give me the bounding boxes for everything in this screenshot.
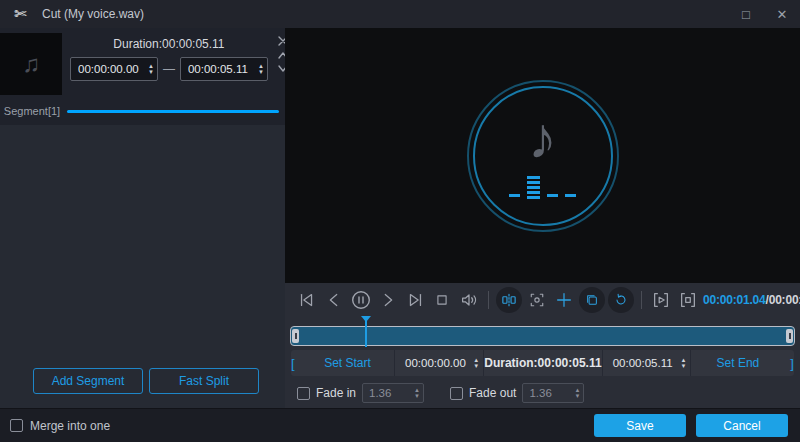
trim-end-handle[interactable] (786, 329, 793, 343)
playhead[interactable] (365, 317, 367, 347)
play-segment-icon[interactable] (649, 288, 673, 312)
fade-out-checkbox[interactable] (450, 387, 463, 400)
stop-segment-icon[interactable] (676, 288, 700, 312)
add-segment-plus-icon[interactable] (552, 288, 576, 312)
audio-preview-area: ♪ (285, 28, 800, 283)
cancel-button[interactable]: Cancel (696, 414, 788, 437)
fade-out-input[interactable]: ▲▼ (522, 383, 584, 403)
trim-start-handle[interactable] (292, 329, 299, 343)
bracket-close: ] (790, 356, 794, 371)
spinner-up-down-icon[interactable]: ▲▼ (414, 387, 420, 400)
merge-into-one-checkbox[interactable] (10, 419, 23, 432)
stop-icon[interactable] (430, 288, 454, 312)
segment-start-input[interactable]: ▲▼ (70, 57, 158, 81)
segment-end-input[interactable]: ▲▼ (180, 57, 268, 81)
set-start-button[interactable]: [ Set Start (291, 350, 394, 376)
fade-in-checkbox[interactable] (297, 387, 310, 400)
segment-progress-bar (67, 110, 279, 113)
bracket-open: [ (291, 356, 295, 371)
segment-card[interactable]: ♫ Duration:00:00:05.11 ▲▼ — (0, 28, 285, 125)
step-forward-icon[interactable] (376, 288, 400, 312)
fade-in-label: Fade in (316, 386, 356, 400)
window-title: Cut (My voice.wav) (42, 7, 144, 21)
timeline (285, 317, 800, 349)
merge-into-one-label: Merge into one (30, 419, 110, 433)
trim-duration-label: Duration:00:00:05.11 (483, 350, 601, 376)
set-end-button[interactable]: Set End ] (690, 350, 794, 376)
equalizer-bars-icon (509, 169, 576, 199)
trim-start-input[interactable]: ▲▼ (394, 350, 483, 376)
range-separator: — (163, 62, 175, 76)
copy-segment-icon[interactable] (579, 287, 605, 313)
spinner-up-down-icon[interactable]: ▲▼ (473, 357, 479, 370)
trim-bar: [ Set Start ▲▼ Duration:00:00:05.11 ▲▼ (291, 350, 794, 376)
volume-icon[interactable] (457, 288, 481, 312)
pause-button-icon[interactable] (349, 288, 373, 312)
trim-end-input[interactable]: ▲▼ (602, 350, 691, 376)
music-note-icon: ♪ (528, 109, 557, 167)
fade-in-input[interactable]: ▲▼ (362, 383, 424, 403)
titlebar: ✄ Cut (My voice.wav) □ ✕ (0, 0, 800, 28)
segment-thumbnail[interactable]: ♫ (0, 33, 62, 95)
segment-panel: ♫ Duration:00:00:05.11 ▲▼ — (0, 28, 285, 408)
add-segment-button[interactable]: Add Segment (33, 368, 143, 394)
time-display: 00:00:01.04/00:00:05.11 (703, 293, 800, 307)
split-icon[interactable] (496, 287, 522, 313)
fast-split-button[interactable]: Fast Split (149, 368, 259, 394)
spinner-up-down-icon[interactable]: ▲▼ (148, 63, 154, 76)
segment-label: Segment[1] (0, 105, 64, 117)
footer-bar: Merge into one Save Cancel (0, 408, 800, 442)
skip-to-start-icon[interactable] (295, 288, 319, 312)
maximize-button[interactable]: □ (728, 0, 764, 28)
fade-out-label: Fade out (469, 386, 516, 400)
save-button[interactable]: Save (594, 414, 686, 437)
step-back-icon[interactable] (322, 288, 346, 312)
playback-controls: 00:00:01.04/00:00:05.11 [ (285, 283, 800, 408)
spinner-up-down-icon[interactable]: ▲▼ (258, 63, 264, 76)
snapshot-icon[interactable] (525, 288, 549, 312)
cut-dialog: ✄ Cut (My voice.wav) □ ✕ ♫ Duration:00:0… (0, 0, 800, 442)
music-note-icon: ♫ (22, 50, 40, 78)
audio-disc: ♪ (467, 80, 619, 232)
skip-to-end-icon[interactable] (403, 288, 427, 312)
reset-icon[interactable] (608, 287, 634, 313)
spinner-up-down-icon[interactable]: ▲▼ (574, 387, 580, 400)
scissors-icon: ✄ (14, 5, 34, 23)
segment-duration-label: Duration:00:00:05.11 (70, 33, 268, 57)
spinner-up-down-icon[interactable]: ▲▼ (680, 357, 686, 370)
close-button[interactable]: ✕ (764, 0, 800, 28)
